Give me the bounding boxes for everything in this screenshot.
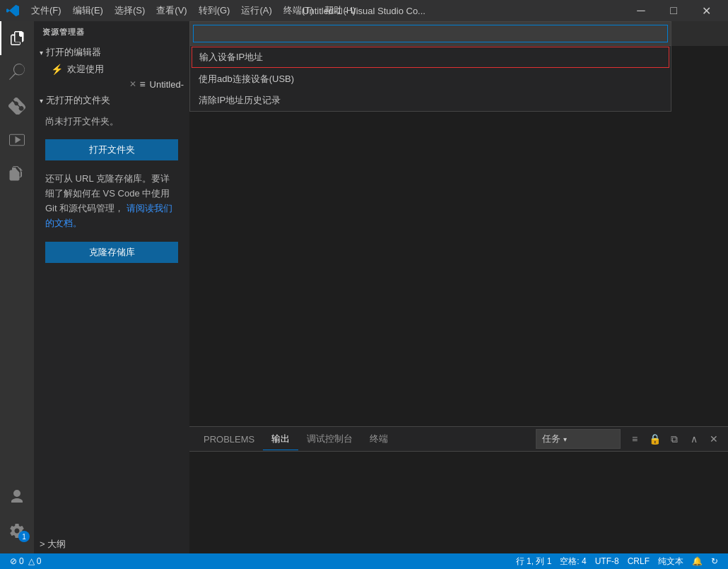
editor-area: 输入设备IP地址 使用adb连接设备(USB) 清除IP地址历史记录 ⚡ 欢迎使… xyxy=(189,21,728,553)
status-encoding[interactable]: UTF-8 xyxy=(591,553,623,569)
menu-run[interactable]: 运行(A) xyxy=(235,1,277,20)
no-folder-chevron: ▾ xyxy=(40,97,43,105)
open-editors-section[interactable]: ▾ 打开的编辑器 xyxy=(34,43,189,61)
tab-close-icon[interactable]: ✕ xyxy=(129,79,136,89)
activity-account[interactable] xyxy=(0,480,34,514)
activity-bar: 1 xyxy=(0,21,34,553)
activity-git[interactable] xyxy=(0,89,34,123)
menu-goto[interactable]: 转到(G) xyxy=(193,1,236,20)
editor-tab-welcome[interactable]: ⚡ 欢迎使用 xyxy=(34,61,189,77)
status-errors[interactable]: ⊘ 0 △ 0 xyxy=(6,553,45,569)
status-notifications[interactable]: 🔔 xyxy=(688,553,707,569)
dropdown-item-input-ip-label: 输入设备IP地址 xyxy=(199,51,263,64)
file-icon: ≡ xyxy=(139,78,145,90)
dropdown-overlay: 输入设备IP地址 使用adb连接设备(USB) 清除IP地址历史记录 xyxy=(189,21,728,553)
dropdown-item-adb-usb[interactable]: 使用adb连接设备(USB) xyxy=(190,69,671,90)
status-language-label: 纯文本 xyxy=(658,556,683,568)
ip-input[interactable] xyxy=(193,25,668,42)
dropdown-input-wrapper xyxy=(190,22,671,46)
window-controls: ─ □ ✕ xyxy=(625,0,722,21)
status-eol[interactable]: CRLF xyxy=(623,553,654,569)
open-editors-label: 打开的编辑器 xyxy=(46,46,101,59)
status-sync[interactable]: ↻ xyxy=(707,553,722,569)
sync-icon: ↻ xyxy=(711,556,718,566)
no-folder-section[interactable]: ▾ 无打开的文件夹 xyxy=(34,91,189,110)
no-folder-text: 尚未打开文件夹。 xyxy=(34,110,189,134)
error-icon: ⊘ xyxy=(10,556,17,566)
status-language[interactable]: 纯文本 xyxy=(654,553,688,569)
error-count: 0 xyxy=(19,556,24,566)
sidebar: 资源管理器 ▾ 打开的编辑器 ⚡ 欢迎使用 ✕ ≡ Untitled- ▾ 无打… xyxy=(34,21,189,553)
warning-count: 0 xyxy=(37,556,42,566)
no-folder-label: 无打开的文件夹 xyxy=(46,94,110,107)
open-folder-button[interactable]: 打开文件夹 xyxy=(45,139,178,160)
activity-settings[interactable]: 1 xyxy=(0,514,34,548)
menu-select[interactable]: 选择(S) xyxy=(109,1,151,20)
warning-icon: △ xyxy=(28,556,35,566)
dropdown-item-clear-history[interactable]: 清除IP地址历史记录 xyxy=(190,90,671,111)
outline-label: > 大纲 xyxy=(40,538,66,551)
title-bar: 文件(F) 编辑(E) 选择(S) 查看(V) 转到(G) 运行(A) 终端(T… xyxy=(0,0,728,21)
git-description: 还可从 URL 克隆存储库。要详细了解如何在 VS Code 中使用 Git 和… xyxy=(34,166,189,236)
editor-welcome-label: 欢迎使用 xyxy=(67,63,104,76)
menu-view[interactable]: 查看(V) xyxy=(151,1,192,20)
main-layout: 1 资源管理器 ▾ 打开的编辑器 ⚡ 欢迎使用 ✕ ≡ Untitled- ▾ … xyxy=(0,21,728,553)
ip-dropdown[interactable]: 输入设备IP地址 使用adb连接设备(USB) 清除IP地址历史记录 xyxy=(189,21,671,112)
editor-untitled-label: Untitled- xyxy=(150,79,184,90)
menu-file[interactable]: 文件(F) xyxy=(25,1,67,20)
status-bar: ⊘ 0 △ 0 行 1, 列 1 空格: 4 UTF-8 CRLF 纯文本 🔔 … xyxy=(0,553,728,569)
activity-extensions[interactable] xyxy=(0,157,34,191)
status-eol-label: CRLF xyxy=(628,556,650,566)
menu-edit[interactable]: 编辑(E) xyxy=(67,1,109,20)
maximize-button[interactable]: □ xyxy=(657,0,690,21)
status-indent[interactable]: 空格: 4 xyxy=(556,553,590,569)
dropdown-item-clear-label: 清除IP地址历史记录 xyxy=(199,94,281,107)
activity-search[interactable] xyxy=(0,55,34,89)
status-indent-label: 空格: 4 xyxy=(560,556,586,568)
open-editors-chevron: ▾ xyxy=(40,49,43,57)
notification-badge: 1 xyxy=(18,531,30,542)
status-position-label: 行 1, 列 1 xyxy=(516,556,552,568)
editor-tab-untitled[interactable]: ✕ ≡ Untitled- xyxy=(34,77,189,91)
close-button[interactable]: ✕ xyxy=(690,0,722,21)
dropdown-item-input-ip[interactable]: 输入设备IP地址 xyxy=(192,47,669,68)
sidebar-title: 资源管理器 xyxy=(34,21,189,43)
minimize-button[interactable]: ─ xyxy=(625,0,657,21)
activity-explorer[interactable] xyxy=(0,21,34,55)
window-title: Untitled-1 - Visual Studio Co... xyxy=(303,6,425,16)
vscode-logo xyxy=(6,4,20,18)
clone-repo-button[interactable]: 克隆存储库 xyxy=(45,242,178,263)
status-encoding-label: UTF-8 xyxy=(595,556,619,566)
status-position[interactable]: 行 1, 列 1 xyxy=(512,553,556,569)
activity-run[interactable] xyxy=(0,123,34,157)
dropdown-item-adb-label: 使用adb连接设备(USB) xyxy=(199,73,294,86)
notifications-icon: 🔔 xyxy=(692,556,703,566)
outline-section[interactable]: > 大纲 xyxy=(34,535,189,553)
vscode-icon: ⚡ xyxy=(51,64,63,75)
